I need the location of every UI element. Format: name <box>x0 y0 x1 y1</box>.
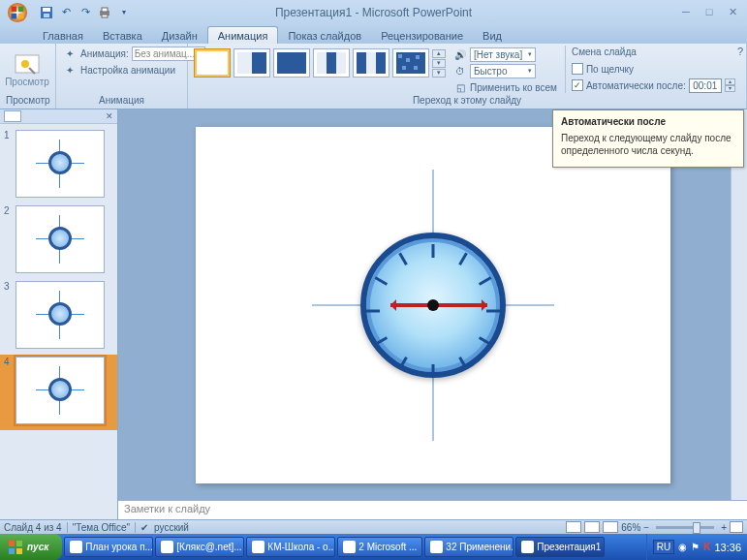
tab-insert[interactable]: Вставка <box>93 27 152 44</box>
view-sorter[interactable] <box>584 521 600 533</box>
restore-button[interactable]: □ <box>700 6 718 18</box>
tray-icon[interactable]: K <box>703 542 710 552</box>
canvas-wrap <box>118 109 747 500</box>
slide-canvas[interactable] <box>196 127 670 483</box>
document-title: Презентация1 - Microsoft PowerPoint <box>275 6 472 19</box>
fit-window[interactable] <box>730 521 743 533</box>
gallery-up[interactable]: ▴ <box>432 49 446 58</box>
slide-thumbnail[interactable]: 4 <box>0 355 117 430</box>
custom-anim-label: Настройка анимации <box>80 65 175 76</box>
spellcheck-icon[interactable]: ✔ <box>140 522 148 533</box>
minimize-button[interactable]: ─ <box>677 6 695 18</box>
slide-thumbnail[interactable]: 3 <box>0 279 117 355</box>
app-icon <box>252 541 265 553</box>
tray-clock[interactable]: 13:36 <box>714 542 741 553</box>
close-button[interactable]: ✕ <box>724 6 741 18</box>
speed-dropdown[interactable]: Быстро▾ <box>470 64 536 78</box>
time-spinner[interactable]: ▴▾ <box>725 78 735 92</box>
taskbar-item-label: План урока п... <box>85 542 153 552</box>
zoom-percent[interactable]: 66% <box>621 522 640 533</box>
taskbar-item[interactable]: 32 Применени... <box>424 537 514 557</box>
redo-icon[interactable]: ↷ <box>78 5 93 20</box>
auto-after-checkbox[interactable]: ✓ <box>572 79 583 91</box>
auto-after-label: Автоматически после: <box>586 80 686 91</box>
qat-more-icon[interactable]: ▾ <box>116 5 132 20</box>
app-icon <box>343 541 356 553</box>
svg-point-0 <box>8 2 27 21</box>
svg-rect-28 <box>9 548 15 554</box>
app-icon <box>70 541 82 553</box>
taskbar-item[interactable]: [Клякс@.net]... <box>155 537 244 557</box>
on-click-checkbox[interactable] <box>572 63 583 75</box>
taskbar-item[interactable]: КМ-Школа - о... <box>246 537 335 557</box>
apply-all-button[interactable]: ◱ Применить ко всем <box>453 79 557 95</box>
window-buttons: ─ □ ✕ <box>677 6 747 18</box>
slide-panel-close[interactable]: ✕ <box>106 111 113 121</box>
title-bar: ↶ ↷ ▾ Презентация1 - Microsoft PowerPoin… <box>0 0 747 24</box>
view-slideshow[interactable] <box>603 521 618 533</box>
tab-slideshow[interactable]: Показ слайдов <box>278 27 371 44</box>
gallery-down[interactable]: ▾ <box>432 59 446 68</box>
tab-design[interactable]: Дизайн <box>152 27 207 44</box>
save-icon[interactable] <box>39 5 54 20</box>
taskbar-item[interactable]: Презентация1 <box>515 537 605 557</box>
transition-item[interactable] <box>353 48 389 78</box>
preview-button[interactable]: Просмотр <box>6 46 48 94</box>
slide-thumbnails: 1 2 3 4 <box>0 124 117 519</box>
taskbar-item[interactable]: План урока п... <box>64 537 153 557</box>
view-normal[interactable] <box>566 521 581 533</box>
zoom-out[interactable]: − <box>643 522 649 533</box>
custom-animation-button[interactable]: ✦ Настройка анимации <box>62 62 205 78</box>
zoom-in[interactable]: + <box>721 522 727 533</box>
transition-item[interactable] <box>273 48 310 78</box>
tray-icon[interactable]: ◉ <box>678 542 687 552</box>
clock-shape[interactable] <box>360 233 506 378</box>
sound-dropdown[interactable]: [Нет звука]▾ <box>470 47 536 62</box>
transition-none[interactable] <box>194 48 231 78</box>
auto-after-time[interactable]: 00:01 <box>689 78 722 93</box>
undo-icon[interactable]: ↶ <box>58 5 74 20</box>
group-label-preview: Просмотр <box>6 95 49 109</box>
start-button[interactable]: пуск <box>0 534 62 560</box>
start-label: пуск <box>27 542 48 552</box>
slide-thumbnail[interactable]: 2 <box>0 203 117 279</box>
tab-home[interactable]: Главная <box>33 27 93 44</box>
language-indicator[interactable]: RU <box>653 540 674 554</box>
svg-rect-3 <box>12 13 16 17</box>
apply-all-label: Применить ко всем <box>470 82 557 93</box>
quick-access-toolbar: ↶ ↷ ▾ <box>39 5 132 20</box>
tab-view[interactable]: Вид <box>473 27 512 44</box>
custom-anim-icon: ✦ <box>62 62 78 78</box>
transition-item[interactable] <box>313 48 350 78</box>
transition-gallery: ▴ ▾ ▾ <box>194 46 446 78</box>
taskbar-item[interactable]: 2 Microsoft ... <box>337 537 422 557</box>
slide-thumbnail[interactable]: 1 <box>0 128 117 203</box>
transition-item[interactable] <box>233 48 270 78</box>
svg-rect-25 <box>414 66 418 70</box>
thumb-number: 2 <box>4 205 12 273</box>
tray-icon[interactable]: ⚑ <box>691 542 700 552</box>
tab-animation[interactable]: Анимация <box>207 26 279 44</box>
svg-rect-7 <box>44 14 49 17</box>
zoom-slider[interactable] <box>656 526 714 529</box>
auto-after-row[interactable]: ✓ Автоматически после: 00:01 ▴▾ <box>572 78 735 93</box>
on-click-row[interactable]: По щелчку <box>572 61 735 77</box>
status-language[interactable]: русский <box>154 522 189 533</box>
group-transition: ▴ ▾ ▾ 🔊 [Нет звука]▾ ⏱ Быстро▾ ◱ Примени… <box>188 44 747 109</box>
scrollbar-vertical[interactable] <box>731 109 747 500</box>
ribbon-tabs: Главная Вставка Дизайн Анимация Показ сл… <box>0 24 747 44</box>
slides-tab[interactable] <box>4 110 21 122</box>
animation-label: Анимация: <box>80 48 129 59</box>
office-button[interactable] <box>2 0 33 24</box>
notes-pane[interactable]: Заметки к слайду <box>118 500 747 519</box>
preview-label: Просмотр <box>5 77 49 87</box>
svg-rect-10 <box>102 15 108 17</box>
transition-item[interactable] <box>392 48 429 78</box>
speed-icon: ⏱ <box>453 64 467 78</box>
print-icon[interactable] <box>97 5 112 20</box>
tab-review[interactable]: Рецензирование <box>371 27 473 44</box>
transition-sound-row: 🔊 [Нет звука]▾ <box>453 47 557 62</box>
preview-icon <box>14 53 41 77</box>
taskbar-item-label: Презентация1 <box>537 542 601 552</box>
gallery-more[interactable]: ▾ <box>432 69 446 78</box>
